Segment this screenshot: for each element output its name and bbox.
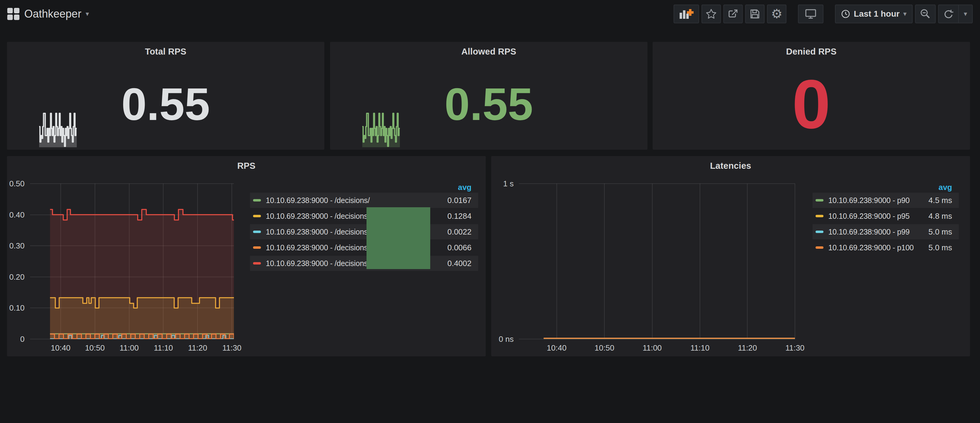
rps-legend: avg 10.10.69.238:9000 - /decisions/ 0.01…: [250, 182, 478, 271]
series-avg-value: 0.0022: [441, 227, 471, 237]
rps-chart-plot[interactable]: [30, 184, 234, 339]
share-dashboard-button[interactable]: [723, 5, 743, 23]
x-axis-label: 11:20: [188, 343, 207, 353]
panel-denied-rps: Denied RPS 0: [652, 42, 970, 150]
series-color-swatch: [253, 215, 261, 217]
y-axis-label: 0 ns: [499, 334, 514, 344]
x-axis-label: 11:00: [643, 343, 662, 353]
legend-row[interactable]: 10.10.69.238:9000 - /decisions/ 0.1284: [250, 209, 478, 223]
series-avg-value: 4.5 ms: [922, 196, 952, 205]
series-color-swatch: [253, 246, 261, 249]
legend-avg-header[interactable]: avg: [250, 182, 478, 193]
y-axis-label: 0.30: [9, 241, 25, 250]
chevron-down-icon: ▾: [903, 11, 907, 17]
series-label[interactable]: 10.10.69.238:9000 - /decisions/: [266, 228, 370, 236]
save-icon: [750, 9, 760, 19]
legend-row[interactable]: 10.10.69.238:9000 - p100 5.0 ms: [813, 240, 959, 255]
x-axis-label: 11:00: [119, 343, 138, 353]
stat-value: 0.55: [444, 81, 533, 127]
legend-row[interactable]: 10.10.69.238:9000 - /decisions/ 0.0167: [250, 193, 478, 208]
series-color-swatch: [816, 215, 823, 217]
y-axis: 1 s0 ns: [491, 184, 514, 339]
add-panel-icon: [679, 8, 694, 19]
series-label[interactable]: 10.10.69.238:9000 - /decisions/: [266, 212, 370, 220]
y-axis-label: 0.40: [9, 210, 25, 219]
y-axis-label: 0.20: [9, 272, 25, 282]
legend-avg-header[interactable]: avg: [813, 182, 959, 193]
series-avg-value: 5.0 ms: [922, 243, 952, 252]
refresh-button[interactable]: [939, 5, 958, 23]
chevron-down-icon: ▾: [86, 11, 89, 17]
series-label[interactable]: 10.10.69.238:9000 - p90: [828, 196, 910, 205]
x-axis-label: 11:20: [738, 343, 757, 353]
star-icon: [705, 8, 717, 19]
x-axis-label: 10:40: [51, 343, 70, 353]
series-avg-value: 0.1284: [441, 211, 471, 221]
latencies-chart-plot[interactable]: [519, 184, 795, 339]
grafana-menu-button[interactable]: [7, 8, 19, 20]
zoom-out-icon: [920, 8, 931, 19]
legend-row[interactable]: 10.10.69.238:9000 - p99 5.0 ms: [813, 224, 959, 239]
series-label[interactable]: 10.10.69.238:9000 - p95: [828, 212, 910, 220]
y-axis-label: 0: [20, 334, 25, 344]
add-panel-button[interactable]: [674, 5, 699, 23]
series-label[interactable]: 10.10.69.238:9000 - /decisions/: [266, 196, 370, 205]
panel-title[interactable]: Latencies: [491, 161, 970, 171]
panel-title[interactable]: Total RPS: [7, 47, 325, 57]
refresh-button-group: ▾: [938, 5, 973, 23]
latencies-legend: avg 10.10.69.238:9000 - p90 4.5 ms 10.10…: [813, 182, 959, 256]
series-label[interactable]: 10.10.69.238:9000 - p100: [828, 243, 914, 252]
y-axis-label: 0.10: [9, 303, 25, 313]
series-color-swatch: [253, 262, 261, 265]
stat-value: 0.55: [121, 81, 210, 127]
legend-row[interactable]: 10.10.69.238:9000 - /decisions/ 0.0066: [250, 240, 478, 255]
legend-row[interactable]: 10.10.69.238:9000 - /decisions/ 0.4002: [250, 256, 478, 271]
stat-value: 0: [792, 70, 831, 139]
share-icon: [727, 8, 738, 19]
navbar: Oathkeeper ▾: [0, 0, 980, 28]
panel-allowed-rps: Allowed RPS 0.55: [330, 42, 648, 150]
sparkline: [39, 110, 77, 147]
series-avg-value: 0.0066: [441, 243, 471, 252]
y-axis: 0.500.400.300.200.100: [7, 184, 25, 339]
x-axis-label: 10:50: [595, 343, 614, 353]
dashboard-settings-button[interactable]: ⚙: [767, 5, 786, 23]
series-avg-value: 4.8 ms: [922, 211, 952, 221]
series-label[interactable]: 10.10.69.238:9000 - p99: [828, 228, 910, 236]
sparkline: [362, 110, 400, 147]
series-color-swatch: [816, 199, 823, 201]
panel-title[interactable]: Allowed RPS: [330, 47, 648, 57]
panel-title[interactable]: RPS: [7, 161, 486, 171]
refresh-icon: [943, 9, 954, 19]
series-color-swatch: [816, 246, 823, 249]
legend-row[interactable]: 10.10.69.238:9000 - p95 4.8 ms: [813, 209, 959, 223]
series-label[interactable]: 10.10.69.238:9000 - /decisions/: [266, 259, 370, 268]
grafana-dashboard: Oathkeeper ▾: [0, 0, 980, 423]
x-axis-label: 10:40: [547, 343, 566, 353]
toolbar: ⚙ Last 1 hour ▾: [674, 5, 973, 23]
series-label[interactable]: 10.10.69.238:9000 - /decisions/: [266, 243, 370, 252]
refresh-interval-dropdown[interactable]: ▾: [958, 5, 972, 23]
time-range-picker[interactable]: Last 1 hour ▾: [835, 5, 913, 23]
panel-title[interactable]: Denied RPS: [652, 47, 970, 57]
tv-monitor-icon: [805, 9, 816, 19]
latencies-chart: [519, 184, 795, 339]
cycle-view-mode-button[interactable]: [798, 5, 823, 23]
series-avg-value: 0.4002: [441, 259, 471, 268]
rps-chart: [30, 184, 234, 339]
x-axis: 10:4010:5011:0011:1011:2011:30: [519, 343, 795, 355]
legend-row[interactable]: 10.10.69.238:9000 - p90 4.5 ms: [813, 193, 959, 208]
dashboard-title: Oathkeeper: [24, 8, 81, 20]
legend-row[interactable]: 10.10.69.238:9000 - /decisions/ 0.0022: [250, 224, 478, 239]
save-dashboard-button[interactable]: [745, 5, 765, 23]
series-color-swatch: [253, 199, 261, 201]
x-axis-label: 11:30: [785, 343, 804, 353]
dashboard-title-dropdown[interactable]: Oathkeeper ▾: [24, 8, 89, 20]
zoom-out-time-button[interactable]: [915, 5, 936, 23]
chevron-down-icon: ▾: [964, 11, 967, 17]
legend-redaction-overlay: [366, 207, 430, 269]
star-dashboard-button[interactable]: [702, 5, 721, 23]
series-avg-value: 0.0167: [441, 196, 471, 205]
time-range-label: Last 1 hour: [854, 9, 900, 19]
x-axis-label: 10:50: [85, 343, 105, 353]
